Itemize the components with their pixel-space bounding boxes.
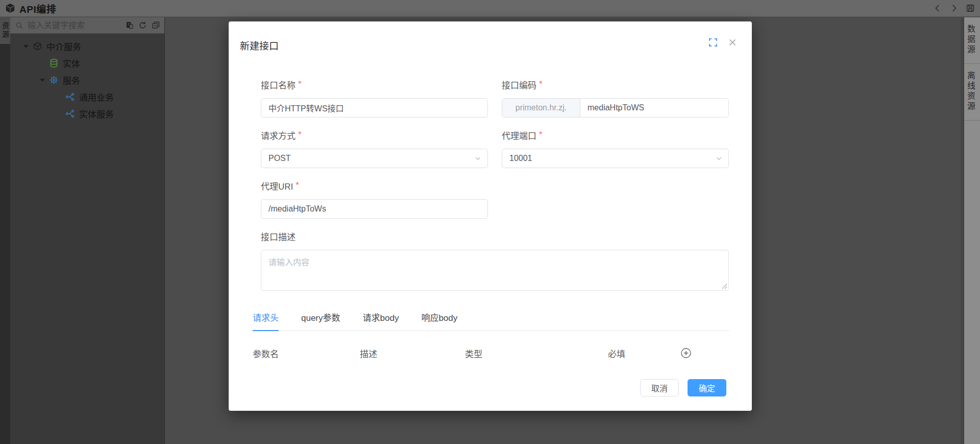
- tree-item-label: 实体: [63, 57, 80, 69]
- required-mark: *: [539, 79, 543, 89]
- sidebar-item-service[interactable]: 服务: [10, 72, 164, 88]
- cancel-button[interactable]: 取消: [640, 379, 679, 396]
- flow-node-icon: [65, 92, 75, 102]
- app-title: API编排: [19, 2, 56, 15]
- proxy-port-select[interactable]: 10001: [502, 149, 729, 168]
- param-tabs: 请求头 query参数 请求body 响应body: [253, 311, 729, 331]
- right-panel-gutter: [961, 17, 964, 444]
- search-icon: [15, 21, 23, 30]
- field-label: 接口描述: [261, 230, 296, 243]
- required-mark: *: [298, 79, 302, 89]
- field-interface-code: 接口编码* primeton.hr.zj.: [502, 79, 729, 118]
- resource-tree: 中介服务 实体 服务 通用业务: [10, 34, 164, 122]
- field-label: 代理端口: [502, 129, 536, 142]
- required-mark: *: [298, 130, 302, 140]
- field-proxy-uri: 代理URI*: [261, 180, 488, 219]
- left-panel-strip: 资源: [0, 17, 10, 444]
- param-table-header: 参数名 描述 类型 必填: [253, 344, 729, 362]
- interface-code-input[interactable]: [580, 99, 728, 117]
- proxy-uri-input[interactable]: [261, 199, 488, 219]
- field-label: 代理URI: [261, 179, 293, 192]
- interface-form: 接口名称* 接口编码* primeton.hr.zj. 请求方式*: [261, 79, 729, 291]
- add-param-icon[interactable]: [680, 347, 692, 359]
- tab-query-params[interactable]: query参数: [301, 311, 340, 331]
- confirm-button[interactable]: 确定: [688, 379, 726, 396]
- request-method-select[interactable]: POST: [261, 149, 488, 168]
- nav-forward-icon[interactable]: [949, 4, 959, 13]
- dialog-title: 新建接口: [240, 38, 279, 52]
- save-icon[interactable]: [966, 4, 975, 13]
- fullscreen-icon[interactable]: [708, 37, 718, 48]
- tab-request-headers[interactable]: 请求头: [253, 311, 279, 331]
- sidebar-item-entity[interactable]: 实体: [10, 55, 164, 72]
- tree-item-label: 中介服务: [46, 40, 81, 53]
- nav-back-icon[interactable]: [933, 4, 942, 13]
- sidebar-item-entity-service[interactable]: 实体服务: [10, 105, 164, 122]
- required-mark: *: [539, 130, 543, 140]
- right-panel-strip: 数据源 离线资源: [964, 17, 980, 444]
- field-request-method: 请求方式* POST: [261, 129, 488, 168]
- tab-request-body[interactable]: 请求body: [363, 311, 399, 331]
- panel-tab-resources[interactable]: 资源: [0, 17, 10, 44]
- interface-description-textarea[interactable]: [261, 250, 729, 291]
- caret-down-icon[interactable]: [40, 79, 45, 82]
- column-header-type: 类型: [465, 347, 608, 360]
- caret-down-icon[interactable]: [23, 45, 29, 48]
- tree-item-label: 服务: [63, 74, 80, 86]
- tree-item-label: 实体服务: [79, 107, 114, 120]
- search-input[interactable]: [28, 21, 123, 30]
- cube-icon: [33, 41, 42, 51]
- sidebar-item-mediation-service[interactable]: 中介服务: [10, 38, 164, 55]
- column-header-param-name: 参数名: [253, 347, 360, 360]
- dialog-footer: 取消 确定: [253, 379, 729, 396]
- field-label: 接口编码: [502, 78, 536, 91]
- batch-import-icon[interactable]: [125, 21, 134, 30]
- chevron-down-icon: [474, 155, 482, 162]
- interface-name-input[interactable]: [261, 98, 488, 118]
- close-icon[interactable]: [727, 37, 738, 48]
- field-proxy-port: 代理端口* 10001: [502, 129, 729, 168]
- tab-response-body[interactable]: 响应body: [421, 311, 457, 331]
- collapse-panel-icon[interactable]: [152, 21, 160, 30]
- database-icon: [49, 58, 59, 68]
- selected-value: POST: [268, 154, 291, 163]
- tree-item-label: 通用业务: [79, 90, 114, 103]
- flow-node-icon: [65, 109, 75, 119]
- sidebar-item-general-business[interactable]: 通用业务: [10, 88, 164, 105]
- topbar: API编排: [0, 0, 980, 17]
- required-mark: *: [296, 180, 299, 191]
- refresh-icon[interactable]: [138, 21, 147, 30]
- field-label: 接口名称: [261, 78, 296, 91]
- selected-value: 10001: [509, 154, 532, 163]
- resource-sidebar: 中介服务 实体 服务 通用业务: [10, 17, 165, 444]
- panel-tab-offline-resources[interactable]: 离线资源: [964, 64, 980, 121]
- app-logo-cube-icon: [5, 3, 15, 13]
- chevron-down-icon: [715, 155, 723, 162]
- field-label: 请求方式: [261, 129, 296, 142]
- gear-icon: [49, 75, 59, 85]
- sidebar-search-row: [10, 17, 164, 34]
- code-prefix-addon: primeton.hr.zj.: [502, 99, 580, 117]
- field-interface-name: 接口名称*: [261, 79, 488, 118]
- column-header-required: 必填: [608, 347, 680, 360]
- column-header-description: 描述: [360, 347, 465, 360]
- new-interface-dialog: 新建接口 接口名称* 接口编码* primeton.hr.zj.: [229, 21, 752, 411]
- panel-tab-datasource[interactable]: 数据源: [964, 17, 980, 64]
- field-interface-description: 接口描述: [261, 230, 729, 291]
